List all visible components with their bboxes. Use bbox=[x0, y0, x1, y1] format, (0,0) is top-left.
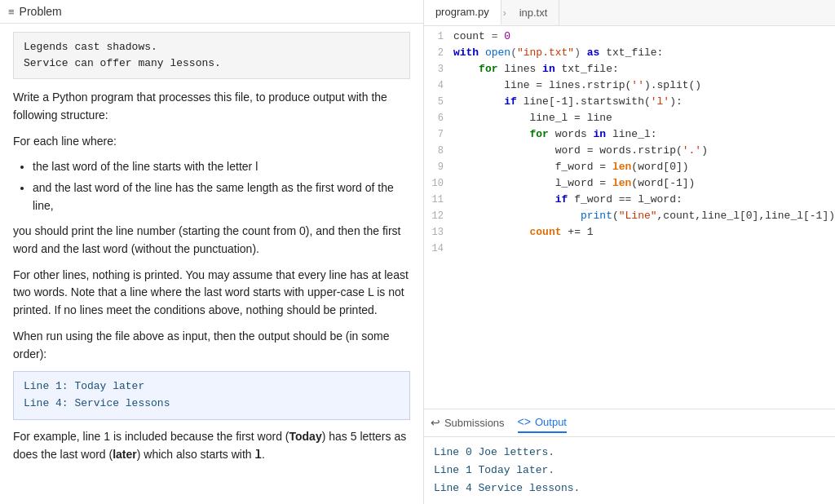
footer-paragraph: For example, line 1 is included because … bbox=[13, 428, 410, 464]
code-line-13: 13 count += 1 bbox=[424, 225, 835, 241]
code-line-9: 9 f_word = len(word[0]) bbox=[424, 160, 835, 176]
code-line-10: 10 l_word = len(word[-1]) bbox=[424, 176, 835, 192]
file-tab-bar: program.py › inp.txt bbox=[424, 0, 835, 26]
footer-bold-today: Today bbox=[289, 430, 322, 443]
tab-inp-txt[interactable]: inp.txt bbox=[508, 0, 560, 25]
line-code-5: if line[-1].startswith('l'): bbox=[453, 95, 683, 108]
submissions-icon: ↩ bbox=[431, 416, 440, 429]
code-line-6: 6 line_l = line bbox=[424, 111, 835, 127]
left-header: ≡ Problem bbox=[0, 0, 423, 24]
left-panel: ≡ Problem Legends cast shadows. Service … bbox=[0, 0, 424, 504]
line-num-11: 11 bbox=[424, 193, 453, 206]
footer-text-3: ) which also starts with bbox=[137, 448, 255, 461]
code-line-8: 8 word = words.rstrip('.') bbox=[424, 144, 835, 160]
code-line-1: 1 count = 0 bbox=[424, 29, 835, 46]
line-num-9: 9 bbox=[424, 161, 453, 173]
line-code-7: for words in line_l: bbox=[453, 128, 657, 140]
footer-mono-l: l bbox=[254, 449, 261, 462]
output-line-1: Line 0 Joe letters. bbox=[434, 444, 825, 462]
line-num-10: 10 bbox=[424, 177, 453, 189]
line-num-3: 3 bbox=[424, 63, 453, 75]
sample-output-block: Line 1: Today later Line 4: Service less… bbox=[13, 371, 410, 420]
code-line-5: 5 if line[-1].startswith('l'): bbox=[424, 95, 835, 111]
footer-bold-later: later bbox=[113, 448, 137, 461]
footer-final: . bbox=[262, 448, 265, 461]
bottom-section: ↩ Submissions <> Output Line 0 Joe lette… bbox=[424, 409, 835, 504]
line-num-4: 4 bbox=[424, 79, 453, 91]
condition-1: the last word of the line starts with th… bbox=[33, 158, 410, 176]
condition-2: and the last word of the line has the sa… bbox=[33, 179, 410, 214]
line-num-6: 6 bbox=[424, 112, 453, 124]
tab-inp-txt-label: inp.txt bbox=[519, 7, 548, 19]
line-code-3: for lines in txt_file: bbox=[453, 63, 619, 75]
line-num-13: 13 bbox=[424, 226, 453, 238]
problem-title: Problem bbox=[20, 5, 62, 18]
line-code-13: count += 1 bbox=[453, 226, 594, 238]
code-line-11: 11 if f_word == l_word: bbox=[424, 192, 835, 209]
line-num-5: 5 bbox=[424, 95, 453, 108]
line-num-14: 14 bbox=[424, 242, 453, 254]
code-line-3: 3 for lines in txt_file: bbox=[424, 62, 835, 78]
tab-program-py[interactable]: program.py bbox=[424, 0, 501, 25]
footer-text-1: For example, line 1 is included because … bbox=[13, 430, 289, 443]
body-paragraph-1: you should print the line number (starti… bbox=[13, 223, 410, 258]
output-icon: <> bbox=[518, 415, 531, 428]
line-code-4: line = lines.rstrip('').split() bbox=[453, 79, 701, 91]
intro-paragraph: Write a Python program that processes th… bbox=[13, 89, 410, 124]
code-line-2: 2 with open("inp.txt") as txt_file: bbox=[424, 46, 835, 62]
line-num-2: 2 bbox=[424, 46, 453, 59]
body-paragraph-3: When run using the file above as input, … bbox=[13, 328, 410, 363]
output-line-2: Line 1 Today later. bbox=[434, 462, 825, 480]
line-code-8: word = words.rstrip('.') bbox=[453, 144, 708, 157]
code-line-14: 14 bbox=[424, 241, 835, 258]
code-line-7: 7 for words in line_l: bbox=[424, 127, 835, 144]
code-line-12: 12 print("Line",count,line_l[0],line_l[-… bbox=[424, 209, 835, 225]
line-num-1: 1 bbox=[424, 30, 453, 42]
tab-output[interactable]: <> Output bbox=[518, 412, 567, 433]
line-num-7: 7 bbox=[424, 128, 453, 140]
right-panel: program.py › inp.txt 1 count = 0 2 with … bbox=[424, 0, 835, 504]
bottom-tab-bar: ↩ Submissions <> Output bbox=[424, 409, 835, 437]
line-code-11: if f_word == l_word: bbox=[453, 193, 683, 206]
output-content: Line 0 Joe letters. Line 1 Today later. … bbox=[424, 437, 835, 504]
line-code-2: with open("inp.txt") as txt_file: bbox=[453, 46, 664, 59]
line-num-8: 8 bbox=[424, 144, 453, 157]
conditions-list: the last word of the line starts with th… bbox=[33, 158, 410, 214]
tab-submissions[interactable]: ↩ Submissions bbox=[431, 413, 505, 432]
code-editor[interactable]: 1 count = 0 2 with open("inp.txt") as tx… bbox=[424, 26, 835, 409]
output-line-3: Line 4 Service lessons. bbox=[434, 480, 825, 497]
line-code-1: count = 0 bbox=[453, 30, 510, 42]
problem-icon: ≡ bbox=[8, 6, 15, 18]
line-code-12: print("Line",count,line_l[0],line_l[-1]) bbox=[453, 210, 835, 222]
input-code-block: Legends cast shadows. Service can offer … bbox=[13, 32, 410, 79]
body-paragraph-2: For other lines, nothing is printed. You… bbox=[13, 267, 410, 320]
submissions-label: Submissions bbox=[444, 417, 505, 429]
for-each-label: For each line where: bbox=[13, 133, 410, 151]
line-num-12: 12 bbox=[424, 210, 453, 222]
line-code-9: f_word = len(word[0]) bbox=[453, 161, 689, 173]
output-label: Output bbox=[535, 416, 567, 428]
line-code-10: l_word = len(word[-1]) bbox=[453, 177, 695, 189]
tab-program-py-label: program.py bbox=[435, 6, 489, 18]
tab-separator: › bbox=[503, 7, 506, 19]
line-code-6: line_l = line bbox=[453, 112, 612, 124]
code-line-4: 4 line = lines.rstrip('').split() bbox=[424, 78, 835, 95]
problem-content: Legends cast shadows. Service can offer … bbox=[0, 24, 423, 485]
